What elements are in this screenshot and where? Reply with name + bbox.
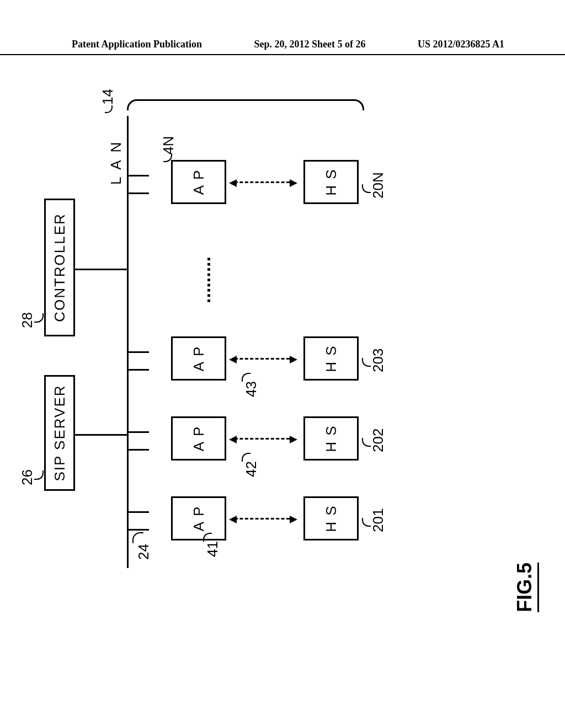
hs-box-3: H S xyxy=(303,336,359,381)
figure-5-diagram: FIG.5 SIP SERVER CONTROLLER 26 28 L A N … xyxy=(17,138,565,590)
hs-box-2: H S xyxy=(303,416,359,461)
stub-ap2b xyxy=(127,431,149,433)
page-header: Patent Application Publication Sep. 20, … xyxy=(0,39,565,55)
header-center: Sep. 20, 2012 Sheet 5 of 26 xyxy=(254,39,366,50)
ap-box-3: A P xyxy=(171,336,226,381)
header-right: US 2012/0236825 A1 xyxy=(418,39,504,50)
lan-bus-line xyxy=(127,116,129,568)
figure-label: FIG.5 xyxy=(513,563,539,612)
stub-ap3b xyxy=(127,351,149,353)
ref-202: 202 xyxy=(370,429,387,452)
hs-box-n: H S xyxy=(303,160,359,204)
controller-box: CONTROLLER xyxy=(44,199,75,336)
stub-apNb xyxy=(127,175,149,176)
ref-43: 43 xyxy=(243,381,260,397)
arrowhead-up-1 xyxy=(229,516,237,523)
ref-203: 203 xyxy=(370,349,387,372)
ap-box-n: A P xyxy=(171,160,226,204)
ref-26: 26 xyxy=(19,469,36,485)
arrowhead-down-3 xyxy=(290,356,297,363)
arrowhead-down-1 xyxy=(290,516,297,523)
ref-42: 42 xyxy=(243,461,260,477)
link-ap2-hs2 xyxy=(234,438,290,440)
ref-14: 14 xyxy=(99,89,116,105)
ap-box-1: A P xyxy=(171,496,226,540)
curly-brace-14 xyxy=(127,99,364,110)
lan-label: L A N xyxy=(108,140,125,185)
ref-4n: 4N xyxy=(160,136,177,154)
line-controller-to-lan xyxy=(75,269,127,270)
stub-ap1a xyxy=(127,529,149,531)
arrowhead-up-n xyxy=(229,179,237,187)
ref-41: 41 xyxy=(204,541,221,557)
line-sip-to-lan xyxy=(75,434,127,436)
stub-ap2a xyxy=(127,449,149,451)
ap-box-2: A P xyxy=(171,416,226,461)
sip-server-box: SIP SERVER xyxy=(44,375,75,491)
hs-box-1: H S xyxy=(303,496,359,540)
stub-ap3a xyxy=(127,369,149,371)
ref-20n: 20N xyxy=(370,172,387,199)
ref-201: 201 xyxy=(370,508,387,532)
ellipsis-dots: ......... xyxy=(193,256,215,303)
link-ap1-hs1 xyxy=(234,518,290,520)
link-ap3-hs3 xyxy=(234,358,290,360)
header-left: Patent Application Publication xyxy=(72,39,202,50)
ref-28: 28 xyxy=(19,312,36,328)
ref-24: 24 xyxy=(135,544,152,560)
stub-apNa xyxy=(127,192,149,194)
arrowhead-up-3 xyxy=(229,356,237,363)
arrowhead-down-2 xyxy=(290,436,297,443)
arrowhead-up-2 xyxy=(229,436,237,443)
link-apn-hsn xyxy=(234,181,290,183)
arrowhead-down-n xyxy=(290,179,297,187)
stub-ap1b xyxy=(127,511,149,513)
